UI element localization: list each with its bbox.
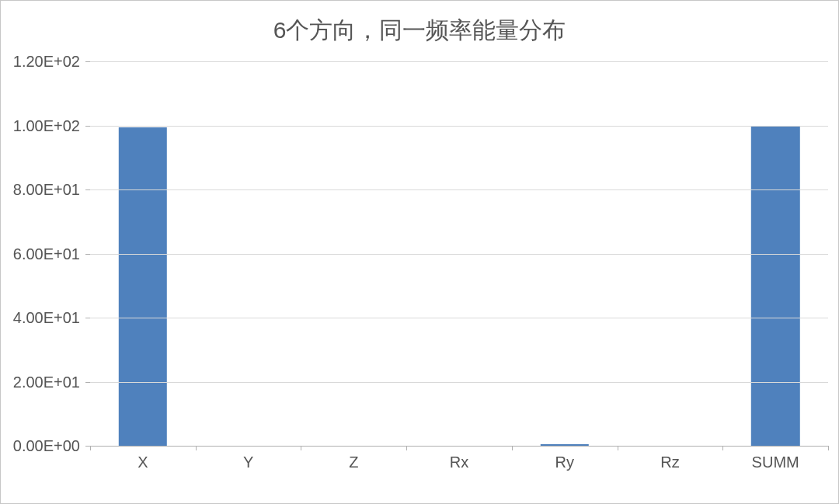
x-axis-label: X [90,454,196,471]
y-tick-label: 1.00E+02 [1,116,86,134]
grid-line [90,318,828,318]
grid-line [90,382,828,383]
chart-title: 6个方向，同一频率能量分布 [1,1,838,53]
x-axis-label: SUMM [722,454,828,471]
grid-line [90,254,828,255]
y-tick-label: 4.00E+01 [1,309,86,327]
y-tick-label: 6.00E+01 [1,245,86,262]
x-axis-label: Y [196,454,301,471]
x-tick-mark [196,446,197,450]
bar-SUMM [751,126,799,447]
grid-line [90,126,828,127]
bar-X [119,127,167,446]
x-tick-mark [828,446,829,450]
x-axis-label: Rx [406,454,512,471]
x-tick-mark [512,446,513,450]
x-axis-label: Z [301,454,406,471]
x-axis-labels: XYZRxRyRzSUMM [90,454,828,471]
x-tick-mark [406,446,407,450]
x-tick-mark [618,446,618,450]
y-tick-label: 1.20E+02 [1,53,86,71]
y-tick-label: 0.00E+00 [1,437,86,455]
plot-area [90,61,828,446]
grid-line [90,189,828,190]
x-tick-mark [90,446,91,450]
grid-line [90,61,828,62]
x-tick-mark [722,446,723,450]
x-axis-label: Rz [618,454,723,471]
x-axis-line [90,446,828,447]
x-axis-label: Ry [512,454,618,471]
x-tick-mark [301,446,301,450]
y-tick-label: 2.00E+01 [1,373,86,391]
y-tick-label: 8.00E+01 [1,181,86,199]
chart-container: 6个方向，同一频率能量分布 XYZRxRyRzSUMM 0.00E+002.00… [0,0,839,504]
